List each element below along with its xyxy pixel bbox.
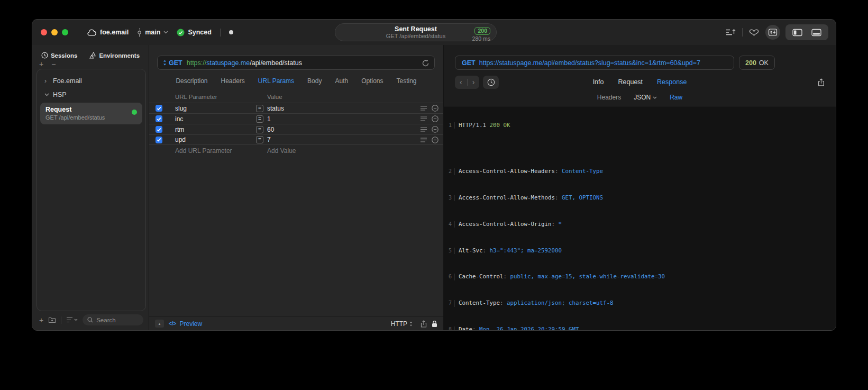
url-host: statuspage.me [206, 59, 250, 67]
header-key: Cache-Control [459, 273, 504, 280]
tab-testing[interactable]: Testing [397, 77, 417, 85]
param-name-field[interactable]: slug [175, 105, 256, 112]
response-header-line: 7 Content-Type: application/json; charse… [444, 300, 836, 306]
param-enabled-checkbox[interactable] [156, 137, 162, 143]
row-drag-handle-icon[interactable] [421, 127, 427, 132]
request-status-pill[interactable]: Sent Request GET /api/embed/status 200 2… [335, 23, 497, 41]
remove-param-icon[interactable] [432, 115, 438, 122]
toggle-bottom-panel-icon[interactable] [811, 29, 821, 37]
tab-headers[interactable]: Headers [221, 77, 244, 85]
share-request-icon[interactable] [421, 320, 427, 328]
app-window: foe.email main Synced [32, 19, 836, 331]
branch-selector[interactable]: main [137, 28, 168, 37]
tree-group-hsp[interactable]: HSP [40, 88, 142, 102]
sort-requests-icon[interactable] [726, 28, 736, 37]
zoom-window-button[interactable] [62, 29, 68, 35]
subtab-json[interactable]: JSON [634, 94, 657, 101]
header-value: Content-Type [562, 168, 603, 175]
compare-requests-icon[interactable] [748, 29, 760, 37]
request-url-bar[interactable]: GET https://statuspage.me/api/embed/stat… [157, 56, 435, 70]
url-path: /api/embed/status [250, 59, 302, 67]
header-value: Mon, 26 Jan 2026 20:29:59 GMT [479, 326, 579, 330]
tab-response[interactable]: Response [657, 78, 687, 86]
close-window-button[interactable] [41, 29, 47, 35]
row-drag-handle-icon[interactable] [421, 138, 427, 142]
param-name-field[interactable]: inc [175, 115, 256, 123]
sent-request-url-box[interactable]: GET https://statuspage.me/api/embed/stat… [455, 56, 734, 70]
param-value-field[interactable]: 60 [267, 126, 274, 133]
remove-session-button[interactable]: − [51, 61, 56, 69]
param-value-field[interactable]: status [267, 105, 284, 112]
toggle-sidebar-icon[interactable] [792, 29, 802, 37]
tab-options[interactable]: Options [361, 77, 383, 85]
param-enabled-checkbox[interactable] [156, 126, 162, 133]
request-response-layout-button[interactable] [765, 25, 780, 40]
subtab-headers[interactable]: Headers [597, 94, 621, 101]
request-list-item-selected[interactable]: Request GET /api/embed/status [40, 103, 142, 124]
params-table-header: URL Parameter Value [149, 90, 443, 103]
collapse-panel-button[interactable]: ▲ [155, 320, 164, 328]
tree-group-foe-email[interactable]: › Foe.email [40, 74, 142, 88]
header-value: GET, OPTIONS [562, 194, 603, 201]
http-status: 200 OK [490, 122, 510, 129]
row-drag-handle-icon[interactable] [421, 116, 427, 121]
row-drag-handle-icon[interactable] [421, 106, 427, 111]
param-name-field[interactable]: rtm [175, 126, 256, 133]
header-separator: : [472, 326, 479, 330]
branch-name: main [145, 29, 160, 36]
resend-request-icon[interactable] [422, 59, 429, 67]
param-name-field[interactable]: upd [175, 136, 256, 143]
lock-icon[interactable] [432, 320, 437, 328]
param-row: rtm =60 [149, 124, 443, 134]
response-raw-view[interactable]: 1 HTTP/1.1 200 OK 2 Access-Control-Allow… [444, 106, 836, 330]
branch-icon [137, 28, 142, 37]
tab-url-params[interactable]: URL Params [258, 77, 294, 85]
param-enabled-checkbox[interactable] [156, 105, 162, 112]
tab-environments[interactable]: Environments [89, 52, 140, 59]
project-menu[interactable]: foe.email [87, 29, 129, 36]
footer-divider [61, 316, 61, 324]
preview-button[interactable]: </> Preview [169, 320, 202, 328]
response-header-line: 6 Cache-Control: public, max-age=15, sta… [444, 274, 836, 280]
equals-icon: = [256, 126, 263, 133]
tab-auth[interactable]: Auth [335, 77, 348, 85]
param-value-field[interactable]: 7 [267, 136, 271, 143]
response-header-line: 4 Access-Control-Allow-Origin: * [444, 221, 836, 228]
unsaved-indicator-dot [229, 30, 233, 34]
tab-body[interactable]: Body [307, 77, 322, 85]
add-session-button[interactable]: + [39, 61, 43, 69]
export-response-icon[interactable] [818, 78, 825, 86]
response-status-text: OK [759, 59, 769, 67]
tab-description[interactable]: Description [176, 77, 207, 85]
line-number: 7 [444, 300, 455, 306]
new-folder-button[interactable] [48, 316, 56, 323]
tab-sessions[interactable]: Sessions [41, 52, 78, 59]
value-column-header: Value [256, 94, 406, 100]
method-stepper-icon[interactable] [163, 60, 167, 66]
sort-list-button[interactable] [66, 317, 78, 323]
sync-status[interactable]: Synced [177, 29, 211, 37]
tab-info[interactable]: Info [593, 78, 604, 86]
method-selector[interactable]: GET [169, 59, 182, 67]
minimize-window-button[interactable] [51, 29, 58, 35]
synced-check-icon [177, 29, 185, 37]
response-nav-row: ‹ › Info Request Response [455, 75, 825, 89]
search-input[interactable]: Search [83, 314, 143, 325]
remove-param-icon[interactable] [432, 105, 438, 112]
add-request-button[interactable]: + [39, 317, 43, 323]
window-controls [41, 29, 68, 35]
header-separator: : [555, 194, 562, 201]
param-enabled-checkbox[interactable] [156, 115, 162, 122]
header-separator: : [552, 221, 559, 228]
equals-icon: = [256, 105, 263, 112]
subtab-raw[interactable]: Raw [670, 94, 682, 101]
add-value-field[interactable]: Add Value [256, 147, 406, 155]
remove-param-icon[interactable] [432, 137, 438, 143]
remove-param-icon[interactable] [432, 126, 438, 133]
add-param-field[interactable]: Add URL Parameter [175, 147, 256, 155]
tab-request[interactable]: Request [618, 78, 643, 86]
protocol-selector[interactable]: HTTP [391, 320, 413, 328]
param-value-field[interactable]: 1 [267, 115, 271, 123]
request-panel: GET https://statuspage.me/api/embed/stat… [149, 45, 444, 330]
cloud-icon [87, 29, 97, 36]
